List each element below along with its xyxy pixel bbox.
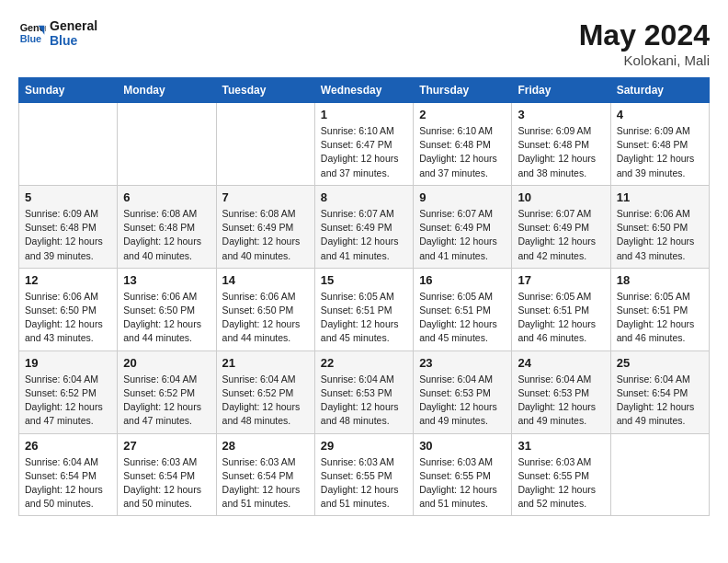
day-info: Sunrise: 6:06 AM Sunset: 6:50 PM Dayligh…	[25, 290, 111, 346]
day-number: 16	[419, 273, 506, 287]
svg-text:Blue: Blue	[20, 33, 41, 44]
logo-icon: General Blue	[18, 19, 46, 47]
day-info: Sunrise: 6:08 AM Sunset: 6:49 PM Dayligh…	[222, 207, 309, 263]
header-row: SundayMondayTuesdayWednesdayThursdayFrid…	[19, 78, 710, 103]
week-row-1: 1Sunrise: 6:10 AM Sunset: 6:47 PM Daylig…	[19, 103, 710, 186]
day-info: Sunrise: 6:09 AM Sunset: 6:48 PM Dayligh…	[25, 207, 111, 263]
day-cell: 11Sunrise: 6:06 AM Sunset: 6:50 PM Dayli…	[610, 185, 709, 268]
day-cell: 4Sunrise: 6:09 AM Sunset: 6:48 PM Daylig…	[610, 103, 709, 186]
day-info: Sunrise: 6:04 AM Sunset: 6:54 PM Dayligh…	[617, 373, 703, 429]
day-cell	[610, 433, 709, 516]
day-number: 27	[123, 439, 210, 453]
day-number: 30	[419, 439, 506, 453]
day-number: 26	[25, 439, 111, 453]
day-info: Sunrise: 6:10 AM Sunset: 6:48 PM Dayligh…	[419, 124, 506, 180]
day-cell: 15Sunrise: 6:05 AM Sunset: 6:51 PM Dayli…	[314, 268, 413, 350]
day-info: Sunrise: 6:09 AM Sunset: 6:48 PM Dayligh…	[518, 124, 604, 180]
calendar-subtitle: Kolokani, Mali	[579, 52, 710, 68]
day-info: Sunrise: 6:05 AM Sunset: 6:51 PM Dayligh…	[419, 290, 506, 346]
week-row-3: 12Sunrise: 6:06 AM Sunset: 6:50 PM Dayli…	[19, 268, 710, 350]
day-info: Sunrise: 6:04 AM Sunset: 6:53 PM Dayligh…	[518, 373, 604, 429]
day-info: Sunrise: 6:03 AM Sunset: 6:55 PM Dayligh…	[419, 455, 506, 511]
day-cell: 31Sunrise: 6:03 AM Sunset: 6:55 PM Dayli…	[512, 433, 610, 516]
day-number: 7	[222, 190, 309, 204]
day-number: 3	[518, 108, 604, 121]
day-number: 20	[123, 356, 210, 370]
day-number: 23	[419, 356, 506, 370]
day-cell: 26Sunrise: 6:04 AM Sunset: 6:54 PM Dayli…	[19, 433, 118, 516]
day-cell: 30Sunrise: 6:03 AM Sunset: 6:55 PM Dayli…	[414, 433, 512, 516]
day-info: Sunrise: 6:03 AM Sunset: 6:55 PM Dayligh…	[518, 455, 604, 511]
page-header: General Blue General Blue May 2024 Kolok…	[18, 18, 710, 68]
day-number: 31	[518, 439, 604, 453]
day-info: Sunrise: 6:07 AM Sunset: 6:49 PM Dayligh…	[419, 207, 506, 263]
day-number: 6	[123, 190, 210, 204]
day-info: Sunrise: 6:08 AM Sunset: 6:48 PM Dayligh…	[123, 207, 210, 263]
day-cell: 6Sunrise: 6:08 AM Sunset: 6:48 PM Daylig…	[118, 185, 216, 268]
day-number: 29	[321, 439, 407, 453]
day-number: 2	[419, 108, 506, 121]
day-cell: 23Sunrise: 6:04 AM Sunset: 6:53 PM Dayli…	[414, 350, 512, 433]
day-cell: 28Sunrise: 6:03 AM Sunset: 6:54 PM Dayli…	[216, 433, 314, 516]
column-header-sunday: Sunday	[19, 78, 118, 103]
day-number: 22	[321, 356, 407, 370]
day-info: Sunrise: 6:04 AM Sunset: 6:52 PM Dayligh…	[222, 373, 309, 429]
day-cell: 24Sunrise: 6:04 AM Sunset: 6:53 PM Dayli…	[512, 350, 610, 433]
day-info: Sunrise: 6:03 AM Sunset: 6:54 PM Dayligh…	[123, 455, 210, 511]
logo: General Blue General Blue	[18, 18, 97, 48]
day-number: 18	[617, 273, 703, 287]
day-info: Sunrise: 6:04 AM Sunset: 6:54 PM Dayligh…	[25, 455, 111, 511]
day-info: Sunrise: 6:03 AM Sunset: 6:54 PM Dayligh…	[222, 455, 309, 511]
logo-line1: General	[50, 18, 97, 33]
day-info: Sunrise: 6:04 AM Sunset: 6:52 PM Dayligh…	[123, 373, 210, 429]
day-info: Sunrise: 6:04 AM Sunset: 6:52 PM Dayligh…	[25, 373, 111, 429]
day-info: Sunrise: 6:07 AM Sunset: 6:49 PM Dayligh…	[518, 207, 604, 263]
day-info: Sunrise: 6:05 AM Sunset: 6:51 PM Dayligh…	[617, 290, 703, 346]
day-number: 10	[518, 190, 604, 204]
day-cell: 21Sunrise: 6:04 AM Sunset: 6:52 PM Dayli…	[216, 350, 314, 433]
day-number: 19	[25, 356, 111, 370]
day-number: 8	[321, 190, 407, 204]
day-cell	[216, 103, 314, 186]
day-cell: 29Sunrise: 6:03 AM Sunset: 6:55 PM Dayli…	[314, 433, 413, 516]
day-cell: 16Sunrise: 6:05 AM Sunset: 6:51 PM Dayli…	[414, 268, 512, 350]
day-info: Sunrise: 6:04 AM Sunset: 6:53 PM Dayligh…	[321, 373, 407, 429]
day-number: 25	[617, 356, 703, 370]
column-header-tuesday: Tuesday	[216, 78, 314, 103]
day-info: Sunrise: 6:03 AM Sunset: 6:55 PM Dayligh…	[321, 455, 407, 511]
day-cell: 1Sunrise: 6:10 AM Sunset: 6:47 PM Daylig…	[314, 103, 413, 186]
day-number: 14	[222, 273, 309, 287]
day-info: Sunrise: 6:09 AM Sunset: 6:48 PM Dayligh…	[617, 124, 703, 180]
column-header-thursday: Thursday	[414, 78, 512, 103]
day-number: 21	[222, 356, 309, 370]
day-info: Sunrise: 6:06 AM Sunset: 6:50 PM Dayligh…	[123, 290, 210, 346]
day-number: 13	[123, 273, 210, 287]
day-cell: 14Sunrise: 6:06 AM Sunset: 6:50 PM Dayli…	[216, 268, 314, 350]
day-info: Sunrise: 6:06 AM Sunset: 6:50 PM Dayligh…	[222, 290, 309, 346]
day-info: Sunrise: 6:10 AM Sunset: 6:47 PM Dayligh…	[321, 124, 407, 180]
day-cell: 9Sunrise: 6:07 AM Sunset: 6:49 PM Daylig…	[414, 185, 512, 268]
day-number: 5	[25, 190, 111, 204]
day-number: 17	[518, 273, 604, 287]
day-cell: 17Sunrise: 6:05 AM Sunset: 6:51 PM Dayli…	[512, 268, 610, 350]
day-info: Sunrise: 6:07 AM Sunset: 6:49 PM Dayligh…	[321, 207, 407, 263]
week-row-5: 26Sunrise: 6:04 AM Sunset: 6:54 PM Dayli…	[19, 433, 710, 516]
day-info: Sunrise: 6:04 AM Sunset: 6:53 PM Dayligh…	[419, 373, 506, 429]
day-info: Sunrise: 6:05 AM Sunset: 6:51 PM Dayligh…	[518, 290, 604, 346]
day-number: 9	[419, 190, 506, 204]
day-cell: 3Sunrise: 6:09 AM Sunset: 6:48 PM Daylig…	[512, 103, 610, 186]
day-number: 12	[25, 273, 111, 287]
column-header-monday: Monday	[118, 78, 216, 103]
day-cell: 27Sunrise: 6:03 AM Sunset: 6:54 PM Dayli…	[118, 433, 216, 516]
day-cell: 12Sunrise: 6:06 AM Sunset: 6:50 PM Dayli…	[19, 268, 118, 350]
column-header-friday: Friday	[512, 78, 610, 103]
calendar-table: SundayMondayTuesdayWednesdayThursdayFrid…	[18, 77, 710, 516]
day-cell	[19, 103, 118, 186]
column-header-wednesday: Wednesday	[314, 78, 413, 103]
day-info: Sunrise: 6:06 AM Sunset: 6:50 PM Dayligh…	[617, 207, 703, 263]
title-block: May 2024 Kolokani, Mali	[579, 18, 710, 68]
week-row-4: 19Sunrise: 6:04 AM Sunset: 6:52 PM Dayli…	[19, 350, 710, 433]
day-cell: 22Sunrise: 6:04 AM Sunset: 6:53 PM Dayli…	[314, 350, 413, 433]
day-cell: 10Sunrise: 6:07 AM Sunset: 6:49 PM Dayli…	[512, 185, 610, 268]
day-cell: 25Sunrise: 6:04 AM Sunset: 6:54 PM Dayli…	[610, 350, 709, 433]
